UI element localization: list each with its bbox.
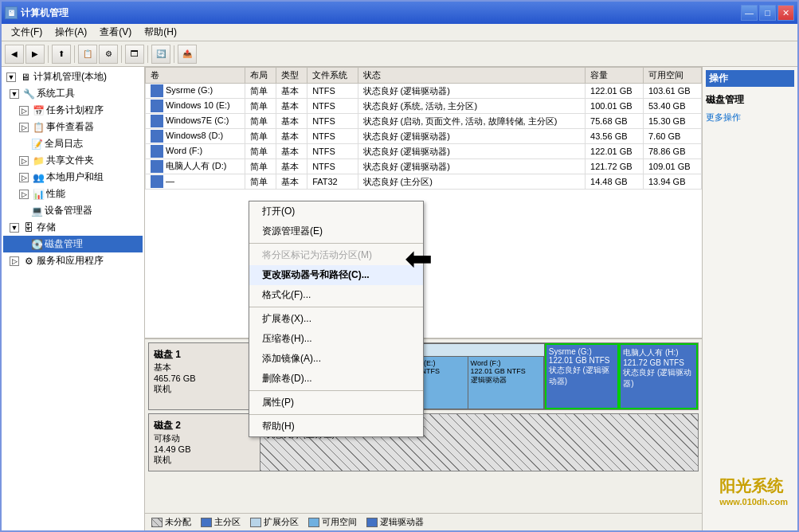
menu-action[interactable]: 操作(A) [49, 24, 93, 41]
cell-vol: Windows 10 (E:) [146, 99, 245, 114]
ctx-mirror[interactable]: 添加镜像(A)... [249, 349, 423, 369]
cell-vol: Windows8 (D:) [146, 129, 245, 144]
menu-bar: 文件(F) 操作(A) 查看(V) 帮助(H) [2, 24, 797, 41]
table-row[interactable]: Windows8 (D:) 简单 基本 NTFS 状态良好 (逻辑驱动器) 43… [146, 129, 702, 144]
actions-title: 操作 [706, 70, 794, 87]
close-button[interactable]: ✕ [777, 5, 794, 21]
disk-table: 卷 布局 类型 文件系统 状态 容量 可用空间 Sysrme (G:) 简单 基… [145, 67, 702, 190]
storage-expand[interactable]: ▼ [10, 223, 19, 233]
cell-status: 状态良好 (逻辑驱动器) [358, 129, 586, 144]
tree-shared-folders[interactable]: ▷ 📁 共享文件夹 [3, 152, 143, 169]
cell-free: 109.01 GB [644, 159, 702, 174]
event-icon: 📋 [32, 121, 45, 134]
event-expand[interactable]: ▷ [19, 123, 29, 132]
menu-file[interactable]: 文件(F) [5, 24, 49, 41]
more-actions-link[interactable]: 更多操作 [706, 110, 794, 125]
table-row[interactable]: 电脑人人有 (D:) 简单 基本 NTFS 状态良好 (逻辑驱动器) 121.7… [146, 159, 702, 174]
up-button[interactable]: ⬆ [52, 45, 71, 64]
tree-event-viewer[interactable]: ▷ 📋 事件查看器 [3, 119, 143, 135]
forward-button[interactable]: ▶ [25, 45, 45, 64]
ctx-delete[interactable]: 删除卷(D)... [249, 369, 423, 389]
ctx-shrink[interactable]: 压缩卷(H)... [249, 329, 423, 349]
ctx-explorer[interactable]: 资源管理器(E) [249, 221, 423, 241]
back-button[interactable]: ◀ [5, 45, 24, 64]
legend-extended: 扩展分区 [250, 516, 299, 528]
cell-free: 78.86 GB [644, 144, 702, 159]
log-label: 全局日志 [45, 137, 83, 151]
tree-services[interactable]: ▷ ⚙ 服务和应用程序 [3, 252, 143, 269]
ctx-properties[interactable]: 属性(P) [249, 393, 423, 413]
table-row[interactable]: — 简单 基本 FAT32 状态良好 (主分区) 14.48 GB 13.94 … [146, 174, 702, 190]
cell-capacity: 14.48 GB [586, 174, 644, 190]
tree-local-users[interactable]: ▷ 👥 本地用户和组 [3, 169, 143, 186]
menu-view[interactable]: 查看(V) [93, 24, 138, 41]
users-expand[interactable]: ▷ [19, 173, 29, 182]
disk1-partH[interactable]: 电脑人人有 (H:)121.72 GB NTFS状态良好 (逻辑驱动器) [619, 343, 698, 409]
ctx-change-drive-letter[interactable]: 更改驱动器号和路径(C)... [249, 265, 423, 285]
maximize-button[interactable]: □ [759, 5, 776, 21]
table-row[interactable]: Word (F:) 简单 基本 NTFS 状态良好 (逻辑驱动器) 122.01… [146, 144, 702, 159]
perf-expand[interactable]: ▷ [19, 190, 29, 199]
menu-help[interactable]: 帮助(H) [138, 24, 183, 41]
ctx-format[interactable]: 格式化(F)... [249, 285, 423, 305]
table-row[interactable]: Windows 10 (E:) 简单 基本 NTFS 状态良好 (系统, 活动,… [146, 99, 702, 114]
cell-capacity: 75.68 GB [586, 114, 644, 129]
perf-icon: 📊 [32, 188, 45, 201]
cell-vol: — [146, 174, 245, 190]
tree-root[interactable]: ▼ 🖥 计算机管理(本地) [3, 68, 143, 85]
properties-button[interactable]: ⚙ [99, 45, 118, 64]
ctx-mark-active[interactable]: 将分区标记为活动分区(M) [249, 245, 423, 265]
ctx-help[interactable]: 帮助(H) [249, 417, 423, 436]
tree-global-log[interactable]: 📝 全局日志 [3, 135, 143, 152]
watermark-text: 阳光系统 [719, 477, 783, 495]
cell-fs: NTFS [307, 84, 358, 99]
shared-expand[interactable]: ▷ [19, 156, 29, 166]
users-icon: 👥 [32, 171, 45, 184]
watermark: 阳光系统 www.010dh.com [719, 475, 788, 507]
toolbar-sep-5 [174, 45, 174, 63]
refresh-button[interactable]: 🔄 [151, 45, 170, 64]
cell-capacity: 122.01 GB [586, 144, 644, 159]
show-hide-button[interactable]: 📋 [78, 45, 97, 64]
minimize-button[interactable]: — [741, 5, 758, 21]
tree-system-tools[interactable]: ▼ 🔧 系统工具 [3, 85, 143, 102]
tree-device-manager[interactable]: 💻 设备管理器 [3, 202, 143, 219]
shared-label: 共享文件夹 [46, 154, 94, 167]
cell-free: 103.61 GB [644, 84, 702, 99]
tree-disk-management[interactable]: 💽 磁盘管理 [3, 236, 143, 252]
disk1-partG[interactable]: Sysrme (G:)122.01 GB NTFS状态良好 (逻辑驱动器) [545, 343, 619, 409]
cell-layout: 简单 [245, 159, 276, 174]
task-expand[interactable]: ▷ [19, 106, 29, 115]
cell-layout: 简单 [245, 84, 276, 99]
tree-task-scheduler[interactable]: ▷ 📅 任务计划程序 [3, 102, 143, 119]
computer-icon: 🖥 [19, 71, 32, 84]
cell-type: 基本 [276, 84, 307, 99]
toolbar: ◀ ▶ ⬆ 📋 ⚙ 🗖 🔄 📤 [2, 41, 797, 67]
ctx-extend[interactable]: 扩展卷(X)... [249, 309, 423, 329]
cell-status: 状态良好 (逻辑驱动器) [358, 84, 586, 99]
table-row[interactable]: Windows7E (C:) 简单 基本 NTFS 状态良好 (启动, 页面文件… [146, 114, 702, 129]
folder-icon: 📁 [32, 155, 45, 167]
context-menu: 打开(O) 资源管理器(E) 将分区标记为活动分区(M) 更改驱动器号和路径(C… [249, 201, 424, 437]
tree-root-expand[interactable]: ▼ [6, 72, 16, 82]
tree-storage[interactable]: ▼ 🗄 存储 [3, 219, 143, 236]
cell-capacity: 121.72 GB [586, 159, 644, 174]
cell-fs: NTFS [307, 159, 358, 174]
cell-status: 状态良好 (系统, 活动, 主分区) [358, 99, 586, 114]
toolbar-sep-3 [121, 45, 122, 63]
legend-logical-label: 逻辑驱动器 [380, 516, 424, 528]
tree-performance[interactable]: ▷ 📊 性能 [3, 186, 143, 202]
ctx-open[interactable]: 打开(O) [249, 201, 423, 221]
cell-free: 7.60 GB [644, 129, 702, 144]
col-volume: 卷 [146, 68, 245, 84]
ctx-sep-2 [249, 307, 423, 307]
services-expand[interactable]: ▷ [10, 256, 19, 266]
system-tools-expand[interactable]: ▼ [10, 89, 19, 99]
event-label: 事件查看器 [46, 120, 94, 134]
export-button[interactable]: 📤 [178, 45, 197, 64]
disk1-partF[interactable]: Word (F:)122.01 GB NTFS逻辑驱动器 [468, 357, 544, 409]
new-window-button[interactable]: 🗖 [125, 45, 144, 64]
cell-vol: Word (F:) [146, 144, 245, 159]
table-row[interactable]: Sysrme (G:) 简单 基本 NTFS 状态良好 (逻辑驱动器) 122.… [146, 84, 702, 99]
legend-extended-label: 扩展分区 [264, 516, 299, 528]
